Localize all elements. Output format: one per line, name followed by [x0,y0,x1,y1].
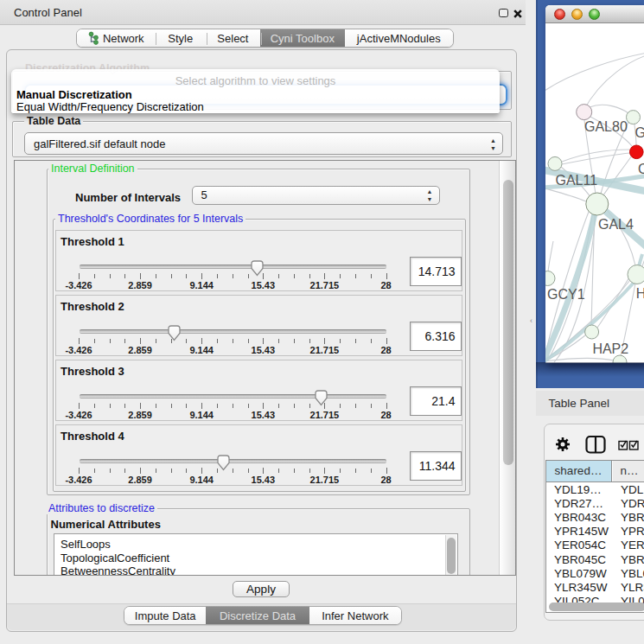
svg-text:GAL80: GAL80 [584,119,628,134]
svg-text:H: H [636,286,644,301]
svg-text:HAP2: HAP2 [592,341,628,356]
svg-text:GAL4: GAL4 [598,217,634,232]
svg-text:GAL11: GAL11 [556,173,598,188]
svg-text:GA: GA [634,125,644,140]
svg-text:C: C [638,162,644,176]
svg-text:GCY1: GCY1 [547,287,585,302]
